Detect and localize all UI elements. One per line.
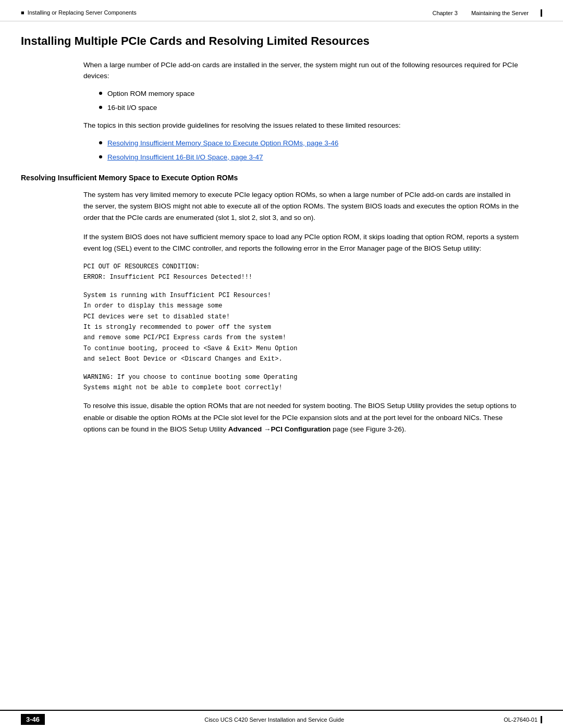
page-container: ■ Installing or Replacing Server Compone… xyxy=(0,0,563,728)
header-breadcrumb: Installing or Replacing Server Component… xyxy=(28,9,137,16)
header-title: Maintaining the Server xyxy=(471,10,529,16)
bullet-dot-1 xyxy=(99,92,102,95)
page-header: ■ Installing or Replacing Server Compone… xyxy=(0,0,563,21)
header-left-icon: ■ xyxy=(21,9,25,16)
subsection-para-1: The system has very limited memory to ex… xyxy=(83,189,521,224)
bullet-text-2: 16-bit I/O space xyxy=(107,102,157,114)
link-1[interactable]: Resolving Insufficient Memory Space to E… xyxy=(107,138,338,149)
page-footer: 3-46 Cisco UCS C420 Server Installation … xyxy=(0,710,563,728)
header-chapter: Chapter 3 xyxy=(432,10,457,16)
intro-para-1: When a large number of PCIe add-on cards… xyxy=(83,59,521,82)
subsection-para-2: If the system BIOS does not have suffici… xyxy=(83,231,521,255)
subsection-para-3: To resolve this issue, disable the optio… xyxy=(83,400,521,435)
header-left: ■ Installing or Replacing Server Compone… xyxy=(21,9,137,16)
link-bullet-2: Resolving Insufficient 16-Bit I/O Space,… xyxy=(99,152,521,163)
bullet-item-2: 16-bit I/O space xyxy=(99,102,521,114)
code-block-2: System is running with Insufficient PCI … xyxy=(83,290,521,365)
main-content: Installing Multiple PCIe Cards and Resol… xyxy=(0,23,563,474)
link-bullet-dot-1 xyxy=(99,141,102,144)
footer-doc-num: OL-27640-01 xyxy=(504,716,542,723)
chapter-heading: Installing Multiple PCIe Cards and Resol… xyxy=(21,34,542,49)
link-bullet-1: Resolving Insufficient Memory Space to E… xyxy=(99,138,521,149)
intro-bullets: Option ROM memory space 16-bit I/O space xyxy=(99,88,521,114)
intro-para-2: The topics in this section provide guide… xyxy=(83,120,521,131)
para3-end: page (see Figure 3-26). xyxy=(331,425,406,433)
para3-bold: Advanced →PCI Configuration xyxy=(228,425,331,433)
footer-bar-icon xyxy=(541,716,542,723)
header-right-line: Chapter 3 Maintaining the Server xyxy=(432,9,542,17)
footer-doc-num-text: OL-27640-01 xyxy=(504,717,537,723)
bullet-dot-2 xyxy=(99,106,102,109)
link-bullet-dot-2 xyxy=(99,155,102,158)
header-right: Chapter 3 Maintaining the Server xyxy=(432,9,542,17)
link-bullets: Resolving Insufficient Memory Space to E… xyxy=(99,138,521,163)
subsection-heading: Resolving Insufficient Memory Space to E… xyxy=(21,174,542,182)
footer-doc-title: Cisco UCS C420 Server Installation and S… xyxy=(45,717,504,723)
header-bar-icon xyxy=(541,9,542,17)
code-block-3: WARNING: If you choose to continue booti… xyxy=(83,372,521,393)
footer-page-number: 3-46 xyxy=(21,714,45,725)
link-2[interactable]: Resolving Insufficient 16-Bit I/O Space,… xyxy=(107,152,263,163)
bullet-item-1: Option ROM memory space xyxy=(99,88,521,100)
code-block-1: PCI OUT OF RESOURCES CONDITION: ERROR: I… xyxy=(83,262,521,283)
bullet-text-1: Option ROM memory space xyxy=(107,88,194,100)
